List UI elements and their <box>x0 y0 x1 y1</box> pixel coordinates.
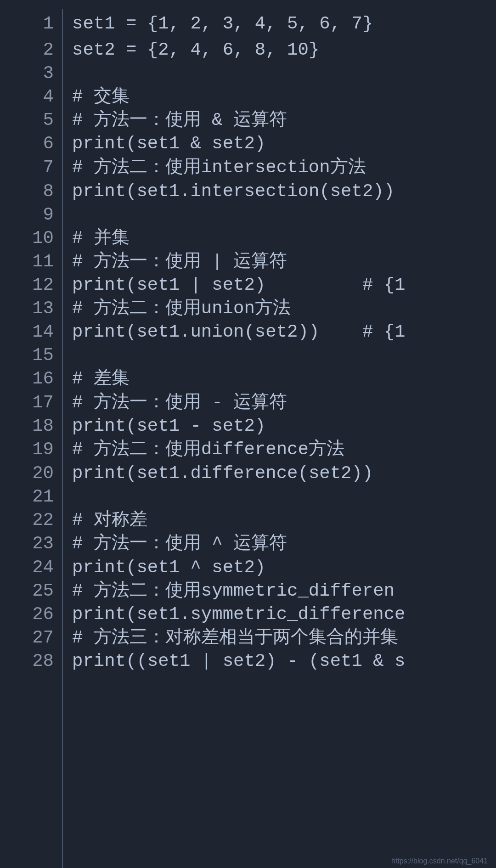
code-line[interactable]: # 方法一：使用 ^ 运算符 <box>72 532 496 556</box>
line-number: 26 <box>0 603 54 626</box>
code-line[interactable]: # 差集 <box>72 367 496 391</box>
code-line[interactable]: print((set1 | set2) - (set1 & s <box>72 650 496 673</box>
code-line[interactable]: # 交集 <box>72 85 496 109</box>
code-line[interactable]: print(set1.union(set2)) # {1 <box>72 321 496 344</box>
code-line[interactable]: # 方法二：使用intersection方法 <box>72 156 496 180</box>
line-number: 18 <box>0 415 54 438</box>
line-number: 16 <box>0 367 54 391</box>
code-line[interactable]: print(set1 | set2) # {1 <box>72 274 496 297</box>
code-line[interactable]: # 方法三：对称差相当于两个集合的并集 <box>72 626 496 650</box>
code-editor: 1234567891011121314151617181920212223242… <box>0 0 496 868</box>
line-number: 3 <box>0 62 54 85</box>
line-number: 21 <box>0 485 54 509</box>
line-number: 13 <box>0 297 54 321</box>
code-line[interactable] <box>72 203 496 227</box>
code-line[interactable]: print(set1 - set2) <box>72 415 496 438</box>
line-number: 12 <box>0 274 54 297</box>
code-line[interactable]: print(set1 ^ set2) <box>72 556 496 580</box>
line-number-gutter: 1234567891011121314151617181920212223242… <box>0 9 63 868</box>
line-number: 1 <box>0 9 54 39</box>
line-number: 23 <box>0 532 54 556</box>
code-line[interactable]: # 方法一：使用 | 运算符 <box>72 250 496 274</box>
line-number: 14 <box>0 321 54 344</box>
line-number: 10 <box>0 227 54 250</box>
line-number: 6 <box>0 132 54 156</box>
line-number: 17 <box>0 391 54 415</box>
line-number: 15 <box>0 344 54 367</box>
line-number: 27 <box>0 626 54 650</box>
code-line[interactable]: print(set1 & set2) <box>72 132 496 156</box>
line-number: 9 <box>0 203 54 227</box>
code-line[interactable]: # 并集 <box>72 227 496 250</box>
code-content[interactable]: set1 = {1, 2, 3, 4, 5, 6, 7}set2 = {2, 4… <box>63 9 496 868</box>
line-number: 28 <box>0 650 54 673</box>
watermark-text: https://blog.csdn.net/qq_6041 <box>391 857 488 865</box>
line-number: 24 <box>0 556 54 580</box>
line-number: 11 <box>0 250 54 274</box>
code-line[interactable]: print(set1.difference(set2)) <box>72 462 496 485</box>
code-line[interactable]: # 对称差 <box>72 509 496 532</box>
code-line[interactable]: # 方法一：使用 - 运算符 <box>72 391 496 415</box>
code-line[interactable]: # 方法一：使用 & 运算符 <box>72 109 496 132</box>
code-line[interactable]: print(set1.intersection(set2)) <box>72 180 496 203</box>
code-line[interactable]: # 方法二：使用symmetric_differen <box>72 580 496 603</box>
line-number: 2 <box>0 39 54 62</box>
line-number: 4 <box>0 85 54 109</box>
line-number: 20 <box>0 462 54 485</box>
line-number: 8 <box>0 180 54 203</box>
code-line[interactable]: set1 = {1, 2, 3, 4, 5, 6, 7} <box>72 9 496 39</box>
code-line[interactable] <box>72 485 496 509</box>
line-number: 5 <box>0 109 54 132</box>
line-number: 7 <box>0 156 54 180</box>
code-line[interactable]: # 方法二：使用difference方法 <box>72 438 496 462</box>
code-line[interactable] <box>72 62 496 85</box>
line-number: 25 <box>0 580 54 603</box>
code-line[interactable]: set2 = {2, 4, 6, 8, 10} <box>72 39 496 62</box>
code-line[interactable]: # 方法二：使用union方法 <box>72 297 496 321</box>
line-number: 22 <box>0 509 54 532</box>
code-line[interactable]: print(set1.symmetric_difference <box>72 603 496 626</box>
code-line[interactable] <box>72 344 496 367</box>
line-number: 19 <box>0 438 54 462</box>
